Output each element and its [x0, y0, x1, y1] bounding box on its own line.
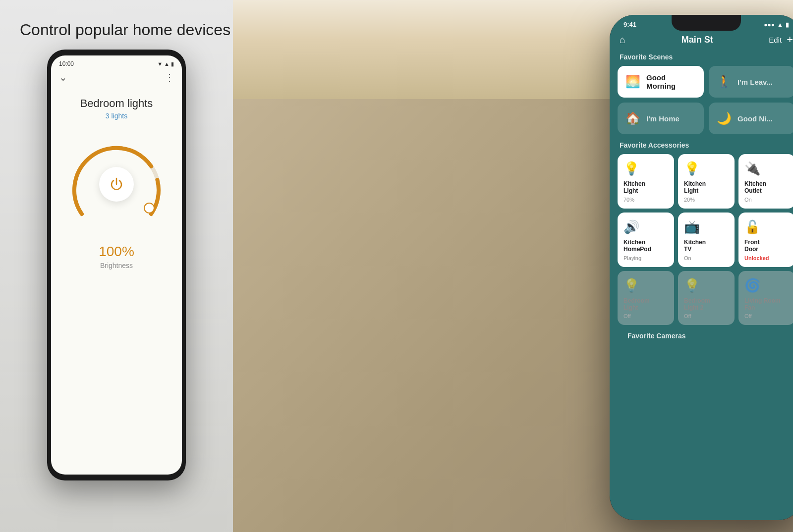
- kitchen-light-1-name: KitchenLight: [623, 180, 668, 195]
- kitchen-outlet-name: KitchenOutlet: [744, 180, 789, 195]
- kitchen-tv-name: KitchenTV: [684, 239, 729, 253]
- bedroom-light-name: BedroomLight: [623, 297, 668, 312]
- iphone-status-right: ●●● ▲ ▮: [764, 21, 789, 28]
- android-phone: 10:00 ▼ ▲ ▮ ⌄ ⋮ Bedroom lights 3 lights: [47, 50, 186, 480]
- android-content: Bedroom lights 3 lights: [51, 87, 182, 475]
- kitchen-tv-status: On: [684, 255, 729, 261]
- kitchen-tv-icon: 📺: [684, 219, 729, 235]
- kitchen-light-2-icon: 💡: [684, 161, 729, 176]
- front-door-name: FrontDoor: [744, 239, 789, 253]
- kitchen-homepod-name: KitchenHomePod: [623, 239, 668, 253]
- iphone-time: 9:41: [623, 21, 636, 28]
- iphone-nav-bar: ⌂ Main St Edit +: [610, 28, 793, 53]
- accessory-front-door[interactable]: 🔓 FrontDoor Unlocked: [738, 213, 793, 267]
- front-door-status: Unlocked: [744, 255, 789, 261]
- scenes-grid: 🌅 Good Morning 🚶 I'm Leav... 🏠 I'm Home: [618, 66, 793, 134]
- bedroom-light-2-icon: 💡: [684, 278, 729, 293]
- scene-im-leaving-label: I'm Leav...: [737, 78, 773, 86]
- accessory-kitchen-outlet[interactable]: 🔌 KitchenOutlet On: [738, 154, 793, 209]
- accessory-kitchen-homepod[interactable]: 🔊 KitchenHomePod Playing: [618, 213, 674, 267]
- home-icon[interactable]: ⌂: [620, 34, 625, 46]
- left-panel: Control popular home devices 10:00 ▼ ▲ ▮…: [0, 0, 233, 532]
- wifi-icon: ▲: [164, 61, 170, 67]
- right-panel: 9:41 ●●● ▲ ▮ ⌂ Main St Edit + Favorite S…: [233, 0, 793, 532]
- bedroom-light-2-name: BedroomLight 2: [684, 297, 729, 312]
- kitchen-light-1-icon: 💡: [623, 161, 668, 176]
- scene-im-leaving[interactable]: 🚶 I'm Leav...: [709, 66, 793, 98]
- android-screen: 10:00 ▼ ▲ ▮ ⌄ ⋮ Bedroom lights 3 lights: [51, 55, 182, 475]
- battery-icon: ▮: [171, 61, 174, 67]
- bedroom-light-2-status: Off: [684, 313, 729, 319]
- headline: Control popular home devices: [20, 20, 230, 41]
- edit-button[interactable]: Edit: [769, 36, 782, 44]
- iphone-wifi-icon: ▲: [777, 21, 783, 28]
- kitchen-light-2-name: KitchenLight: [684, 180, 729, 195]
- iphone-content: Favorite Scenes 🌅 Good Morning 🚶 I'm Lea…: [610, 53, 793, 340]
- android-time: 10:00: [59, 60, 74, 67]
- iphone-battery-icon: ▮: [786, 21, 789, 28]
- scenes-section-title: Favorite Scenes: [618, 53, 793, 61]
- android-toolbar: ⌄ ⋮: [51, 69, 182, 87]
- iphone: 9:41 ●●● ▲ ▮ ⌂ Main St Edit + Favorite S…: [610, 15, 793, 520]
- im-home-icon: 🏠: [625, 111, 640, 125]
- android-device-sub: 3 lights: [106, 112, 127, 120]
- kitchen-outlet-status: On: [744, 197, 789, 203]
- signal-icon: ▼: [157, 61, 163, 67]
- accessory-kitchen-light-2[interactable]: 💡 KitchenLight 20%: [678, 154, 735, 209]
- im-leaving-icon: 🚶: [717, 75, 732, 89]
- living-room-fan-name: Living RoomFan: [744, 297, 789, 312]
- kitchen-light-1-status: 70%: [623, 197, 668, 203]
- kitchen-light-2-status: 20%: [684, 197, 729, 203]
- add-button[interactable]: +: [787, 33, 793, 46]
- accessories-grid: 💡 KitchenLight 70% 💡 KitchenLight 20% 🔌 …: [618, 154, 793, 325]
- scene-im-home-label: I'm Home: [646, 114, 680, 123]
- android-chevron-icon[interactable]: ⌄: [59, 71, 67, 83]
- power-icon: [109, 176, 124, 192]
- brightness-ring[interactable]: [67, 135, 166, 234]
- iphone-screen: 9:41 ●●● ▲ ▮ ⌂ Main St Edit + Favorite S…: [610, 15, 793, 520]
- living-room-fan-status: Off: [744, 313, 789, 319]
- kitchen-outlet-icon: 🔌: [744, 161, 789, 176]
- kitchen-homepod-icon: 🔊: [623, 219, 668, 235]
- good-morning-icon: 🌅: [625, 75, 640, 89]
- scene-good-morning[interactable]: 🌅 Good Morning: [618, 66, 704, 98]
- scene-good-night-label: Good Ni...: [737, 114, 773, 123]
- accessory-bedroom-light-2[interactable]: 💡 BedroomLight 2 Off: [678, 271, 735, 325]
- brightness-label: Brightness: [100, 262, 133, 269]
- accessories-section-title: Favorite Accessories: [618, 141, 793, 149]
- android-status-bar: 10:00 ▼ ▲ ▮: [51, 55, 182, 69]
- android-device-title: Bedroom lights: [80, 97, 153, 110]
- iphone-nav-title: Main St: [625, 35, 769, 45]
- good-night-icon: 🌙: [717, 111, 732, 125]
- living-room-fan-icon: 🌀: [744, 278, 789, 293]
- android-more-icon[interactable]: ⋮: [165, 71, 174, 83]
- android-status-icons: ▼ ▲ ▮: [157, 61, 174, 67]
- scene-good-night[interactable]: 🌙 Good Ni...: [709, 103, 793, 134]
- accessory-bedroom-light[interactable]: 💡 BedroomLight Off: [618, 271, 674, 325]
- bedroom-light-icon: 💡: [623, 278, 668, 293]
- accessory-kitchen-light-1[interactable]: 💡 KitchenLight 70%: [618, 154, 674, 209]
- iphone-notch: [672, 15, 741, 31]
- scene-good-morning-label: Good Morning: [646, 73, 696, 90]
- scene-im-home[interactable]: 🏠 I'm Home: [618, 103, 704, 134]
- svg-point-0: [144, 203, 154, 213]
- iphone-signal-icon: ●●●: [764, 21, 775, 28]
- cameras-section-title: Favorite Cameras: [618, 325, 793, 340]
- front-door-icon: 🔓: [744, 219, 789, 235]
- power-button[interactable]: [99, 167, 134, 202]
- accessory-living-room-fan[interactable]: 🌀 Living RoomFan Off: [738, 271, 793, 325]
- accessory-kitchen-tv[interactable]: 📺 KitchenTV On: [678, 213, 735, 267]
- bedroom-light-status: Off: [623, 313, 668, 319]
- kitchen-homepod-status: Playing: [623, 255, 668, 261]
- brightness-value: 100%: [99, 244, 134, 260]
